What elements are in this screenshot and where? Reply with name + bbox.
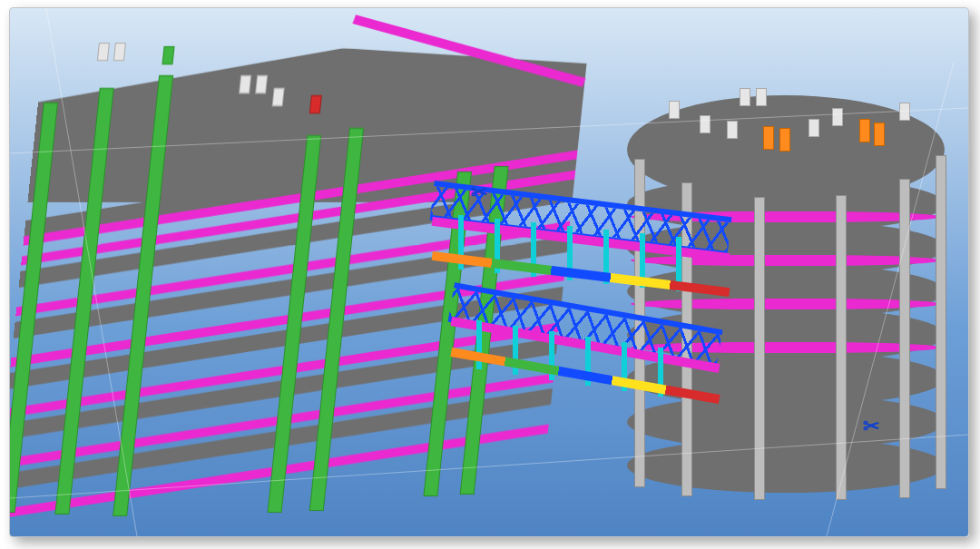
roof-stub[interactable] xyxy=(740,88,750,106)
model-viewport[interactable]: ✂ ✂ xyxy=(10,8,968,536)
roof-stub[interactable] xyxy=(113,43,126,61)
roof-stub[interactable] xyxy=(727,121,738,139)
column[interactable] xyxy=(754,197,765,500)
roof-stub[interactable] xyxy=(272,88,285,106)
roof-stub[interactable] xyxy=(669,101,680,119)
link-bridges[interactable] xyxy=(431,199,749,389)
roof-stub[interactable] xyxy=(97,43,110,61)
roof-stub[interactable] xyxy=(779,128,790,152)
roof-stub[interactable] xyxy=(255,75,268,93)
roof-stub[interactable] xyxy=(874,123,885,146)
roof-stub[interactable] xyxy=(899,103,910,121)
roof-stub[interactable] xyxy=(700,115,710,133)
roof-stub[interactable] xyxy=(808,119,819,137)
roof-stub[interactable] xyxy=(832,108,843,126)
roof-stub[interactable] xyxy=(756,88,767,106)
column[interactable] xyxy=(836,195,847,500)
roof-stub[interactable] xyxy=(859,119,870,142)
round-slab[interactable] xyxy=(627,438,945,493)
roof-stub[interactable] xyxy=(239,75,251,93)
model-viewport-frame: ✂ ✂ xyxy=(9,7,969,537)
roof-stub[interactable] xyxy=(309,95,322,113)
column[interactable] xyxy=(899,179,910,498)
column[interactable] xyxy=(936,155,946,489)
roof-stub[interactable] xyxy=(162,46,174,64)
roof-stub[interactable] xyxy=(763,126,774,150)
